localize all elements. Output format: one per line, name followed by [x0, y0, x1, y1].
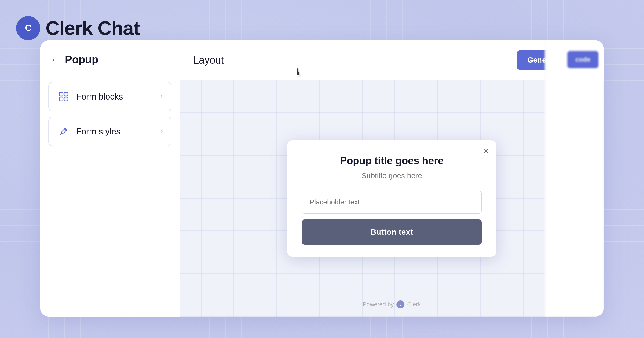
content-header: Layout Generate code [180, 40, 604, 80]
popup-submit-button[interactable]: Button text [302, 219, 482, 245]
popup-input[interactable] [302, 191, 482, 214]
layout-title: Layout [193, 54, 224, 66]
sidebar-item-form-blocks[interactable]: Form blocks › [48, 82, 171, 111]
clerk-brand-name: Clerk [407, 301, 421, 308]
popup-preview: × Popup title goes here Subtitle goes he… [287, 140, 496, 257]
form-styles-chevron: › [160, 127, 163, 136]
app-logo: C [16, 16, 40, 40]
powered-by-footer: Powered by C Clerk [363, 300, 421, 308]
sidebar-header: ← Popup [48, 51, 171, 68]
main-content: Layout Generate code × Popup title goes … [180, 40, 604, 317]
svg-rect-3 [64, 92, 68, 96]
app-header: C Clerk Chat [16, 16, 140, 40]
right-peek-panel: code [545, 40, 604, 317]
main-card: ← Popup Form blocks › [40, 40, 604, 317]
peek-generate-btn: code [567, 51, 598, 68]
form-styles-icon [57, 125, 70, 138]
powered-by-text: Powered by [363, 301, 394, 308]
clerk-logo-small: C [396, 300, 404, 308]
form-blocks-icon [57, 90, 70, 103]
form-blocks-label: Form blocks [76, 92, 123, 102]
app-title: Clerk Chat [46, 17, 140, 39]
back-button[interactable]: ← [51, 55, 60, 65]
form-styles-label: Form styles [76, 127, 120, 137]
svg-text:C: C [25, 23, 31, 33]
popup-subtitle: Subtitle goes here [302, 171, 482, 180]
svg-text:C: C [400, 303, 401, 306]
svg-rect-5 [64, 97, 68, 101]
canvas-area: × Popup title goes here Subtitle goes he… [180, 80, 604, 317]
sidebar-title: Popup [65, 54, 98, 66]
sidebar-item-form-styles[interactable]: Form styles › [48, 117, 171, 146]
svg-rect-4 [59, 97, 63, 101]
svg-point-6 [64, 129, 66, 131]
popup-title: Popup title goes here [302, 155, 482, 167]
sidebar-items: Form blocks › Form styles › [48, 82, 171, 146]
popup-close-button[interactable]: × [484, 147, 488, 155]
form-blocks-chevron: › [160, 92, 163, 101]
svg-rect-2 [59, 92, 63, 96]
sidebar: ← Popup Form blocks › [40, 40, 180, 317]
